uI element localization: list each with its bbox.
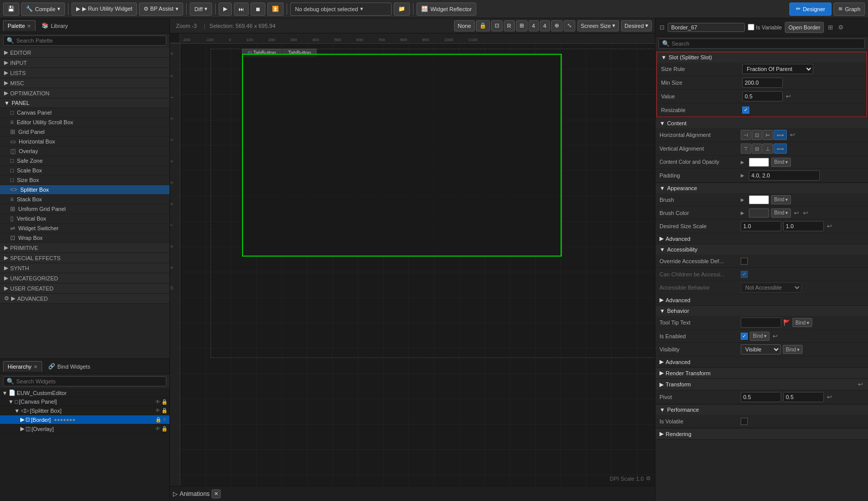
save-button[interactable]: 💾: [3, 3, 19, 16]
align-btn-1[interactable]: ⊡: [491, 20, 503, 31]
advanced-accessibility-header[interactable]: ▶ Advanced: [655, 295, 868, 305]
render-transform-header[interactable]: ▶ Render Transform: [655, 368, 868, 378]
none-btn[interactable]: None: [454, 20, 474, 31]
desired-size-y-input[interactable]: [783, 221, 824, 231]
palette-item-grid-panel[interactable]: ⊞ Grid Panel: [0, 127, 169, 137]
snap-btn[interactable]: ⊕: [551, 20, 563, 31]
hierarchy-item-splitter-box[interactable]: ▼ ◁▷ [Splitter Box] 👁 🔒: [0, 406, 169, 415]
palette-category-editor[interactable]: ▶ EDITOR: [0, 48, 169, 58]
stop-button[interactable]: ⏹: [251, 3, 265, 16]
palette-category-primitive[interactable]: ▶ PRIMITIVE: [0, 243, 169, 253]
can-children-checkbox[interactable]: ✓: [741, 271, 748, 278]
debug-object-select[interactable]: No debug object selected ▾: [290, 3, 392, 16]
browse-debug-button[interactable]: 📁: [394, 3, 410, 16]
palette-item-wrap-box[interactable]: ⊡ Wrap Box: [0, 233, 169, 243]
slot-section-header[interactable]: ▼ Slot (Splitter Slot): [657, 52, 866, 62]
palette-item-overlay[interactable]: ◫ Overlay: [0, 147, 169, 156]
is-enabled-checkbox[interactable]: ✓: [741, 333, 748, 340]
resizable-checkbox[interactable]: ✓: [742, 106, 749, 114]
palette-item-stack-box[interactable]: ≡ Stack Box: [0, 195, 169, 204]
palette-item-splitter-box[interactable]: <> Splitter Box: [0, 185, 169, 195]
diff-button[interactable]: Diff ▾: [190, 3, 212, 16]
scale-btn[interactable]: ⤡: [564, 20, 575, 31]
h-align-fill-btn[interactable]: ⟺: [774, 130, 787, 140]
desired-size-reset-btn[interactable]: ↩: [826, 223, 833, 230]
hierarchy-close-icon[interactable]: ✕: [33, 364, 38, 370]
widget-reflector-button[interactable]: 🪟 Widget Reflector: [416, 3, 476, 16]
palette-item-uniform-grid[interactable]: ⊞ Uniform Grid Panel: [0, 204, 169, 214]
is-enabled-reset-btn[interactable]: ↩: [772, 333, 779, 340]
palette-category-optimization[interactable]: ▶ OPTIMIZATION: [0, 88, 169, 98]
min-size-input[interactable]: [742, 78, 783, 88]
screen-size-btn[interactable]: Screen Size ▾: [577, 20, 619, 31]
open-border-btn[interactable]: Open Border: [785, 22, 824, 33]
tool-tip-bind-btn[interactable]: Bind ▾: [792, 318, 812, 327]
is-volatile-checkbox[interactable]: [741, 418, 748, 425]
appearance-section-header[interactable]: ▼ Appearance: [655, 183, 868, 193]
palette-item-vertical-box[interactable]: ▯ Vertical Box: [0, 214, 169, 224]
brush-bind-btn[interactable]: Bind ▾: [771, 195, 791, 204]
brush-color-reset-btn[interactable]: ↩: [793, 209, 800, 217]
padding-input[interactable]: [749, 170, 820, 181]
h-alignment-reset-btn[interactable]: ↩: [789, 131, 796, 138]
hierarchy-search-input[interactable]: [16, 378, 163, 384]
behavior-section-header[interactable]: ▼ Behavior: [655, 306, 868, 316]
palette-category-panel[interactable]: ▼ PANEL: [0, 98, 169, 108]
designer-button[interactable]: ✏ Designer: [789, 3, 831, 16]
advanced-appearance-header[interactable]: ▶ Advanced: [655, 233, 868, 244]
size-rule-select[interactable]: Fraction Of Parent: [742, 64, 813, 74]
accessible-behavior-select[interactable]: Not Accessible: [741, 282, 802, 293]
override-accessible-checkbox[interactable]: [741, 258, 748, 265]
visibility-select[interactable]: Visible Hidden Collapsed: [741, 344, 781, 354]
h-align-center-btn[interactable]: ⊡: [752, 130, 762, 140]
right-search-input[interactable]: [672, 41, 861, 47]
content-section-header[interactable]: ▼ Content: [655, 118, 868, 128]
graph-button[interactable]: ≋ Graph: [834, 3, 865, 16]
palette-category-misc[interactable]: ▶ MISC: [0, 78, 169, 88]
grid-btn[interactable]: ⊞: [516, 20, 528, 31]
v-align-fill-btn[interactable]: ⟺: [774, 144, 787, 154]
palette-search-input[interactable]: [16, 38, 163, 44]
value-reset-btn[interactable]: ↩: [785, 93, 792, 100]
bp-assist-button[interactable]: ⚙ BP Assist ▾: [139, 3, 183, 16]
v-align-top-btn[interactable]: ⊤: [741, 144, 751, 154]
brush-color-swatch[interactable]: [749, 208, 769, 218]
hierarchy-item-overlay[interactable]: ▶ ◫ [Overlay] 👁 🔒: [0, 424, 169, 434]
v-align-bottom-btn[interactable]: ⊥: [762, 144, 773, 154]
color-bind-btn[interactable]: Bind ▾: [771, 158, 791, 167]
right-menu-btn[interactable]: ⊞: [827, 24, 834, 31]
palette-item-size-box[interactable]: □ Size Box: [0, 175, 169, 185]
bind-widgets-tab[interactable]: 🔗 Bind Widgets: [44, 361, 94, 372]
widget-name-input[interactable]: [668, 23, 745, 32]
reset-btn[interactable]: R: [504, 20, 515, 31]
brush-color-bind-btn[interactable]: Bind ▾: [771, 208, 791, 218]
hierarchy-tab[interactable]: Hierarchy ✕: [3, 361, 42, 372]
transform-reset-btn[interactable]: ↩: [857, 381, 864, 388]
accessibility-section-header[interactable]: ▼ Accessibility: [655, 244, 868, 255]
palette-category-input[interactable]: ▶ INPUT: [0, 58, 169, 68]
palette-close-icon[interactable]: ✕: [27, 23, 31, 29]
hierarchy-item-root[interactable]: ▼ 📄 EUW_CustomEditor: [0, 388, 169, 398]
palette-tab[interactable]: Palette ✕: [3, 20, 36, 31]
pivot-reset-btn[interactable]: ↩: [826, 393, 833, 401]
compile-button[interactable]: 🔧 Compile ▾: [21, 3, 65, 16]
brush-swatch[interactable]: [749, 195, 769, 204]
palette-item-scale-box[interactable]: □ Scale Box: [0, 166, 169, 175]
library-tab[interactable]: 📚 Library: [38, 20, 72, 31]
run-widget-button[interactable]: ▶ ▶ Run Utility Widget: [72, 3, 136, 16]
num-btn[interactable]: 4: [529, 20, 539, 31]
step-button[interactable]: ⏭: [234, 3, 249, 16]
desired-size-x-input[interactable]: [741, 221, 781, 231]
palette-category-advanced[interactable]: ⚙ ▶ ADVANCED: [0, 294, 169, 304]
value-input[interactable]: [742, 91, 783, 101]
step-4-btn[interactable]: 4: [540, 20, 550, 31]
brush-color-extra-btn[interactable]: ↩: [802, 209, 809, 217]
hierarchy-item-canvas-panel[interactable]: ▼ □ [Canvas Panel] 👁 🔒: [0, 398, 169, 406]
is-variable-checkbox[interactable]: [748, 24, 754, 30]
debug-step-button[interactable]: ⏫: [267, 3, 284, 16]
transform-header[interactable]: ▶ Transform ↩: [655, 379, 868, 390]
palette-category-special-effects[interactable]: ▶ SPECIAL EFFECTS: [0, 253, 169, 263]
lock-btn[interactable]: 🔒: [476, 20, 490, 31]
palette-category-lists[interactable]: ▶ LISTS: [0, 68, 169, 78]
play-button[interactable]: ▶: [219, 3, 232, 16]
